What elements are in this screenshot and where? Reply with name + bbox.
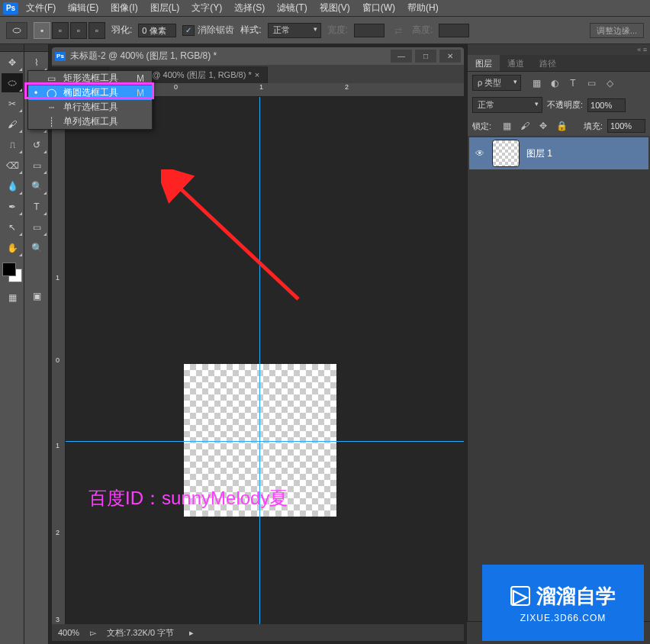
menu-image[interactable]: 图像(I): [106, 0, 142, 16]
zoom-tool[interactable]: 🔍: [26, 238, 47, 257]
tab-channels[interactable]: 通道: [500, 55, 532, 71]
guide-horizontal[interactable]: [66, 441, 464, 442]
sel-mode-intersect[interactable]: ▫: [88, 22, 105, 39]
sel-mode-add[interactable]: ▫: [52, 22, 69, 39]
filter-type-icon[interactable]: T: [565, 77, 581, 89]
tool-preset-picker[interactable]: [6, 22, 27, 39]
menu-file[interactable]: 文件(F): [21, 0, 60, 16]
shape-tool[interactable]: ▭: [26, 217, 47, 237]
tab-layers[interactable]: 图层: [468, 55, 500, 71]
eraser-tool[interactable]: ⌫: [2, 156, 23, 175]
lasso-tool[interactable]: ⌇: [26, 53, 47, 72]
foreground-color[interactable]: [2, 262, 16, 276]
hand-tool[interactable]: ✋: [2, 238, 23, 257]
single-col-icon: ┊: [45, 117, 57, 127]
filter-icons: ▦ ◐ T ▭ ◇: [529, 77, 617, 89]
filter-shape-icon[interactable]: ▭: [584, 77, 599, 89]
fill-input[interactable]: 100%: [607, 119, 645, 133]
tab-paths[interactable]: 路径: [532, 55, 564, 71]
status-info-menu-icon[interactable]: ▸: [189, 628, 194, 638]
history-brush-tool[interactable]: ↺: [26, 135, 47, 154]
feather-input[interactable]: 0 像素: [138, 24, 176, 37]
path-select-tool[interactable]: ↖: [2, 217, 23, 237]
export-icon[interactable]: ▻: [90, 628, 96, 638]
svg-point-0: [13, 28, 21, 33]
layer-item[interactable]: 👁 图层 1: [469, 137, 648, 169]
quickmask-toggle[interactable]: ▦: [2, 288, 23, 307]
status-info: 文档:7.32K/0 字节: [107, 627, 174, 639]
zoom-level[interactable]: 400%: [58, 628, 79, 637]
filter-kind-dropdown[interactable]: ρ 类型: [472, 75, 521, 91]
right-panel: « ≡ 图层 通道 路径 ρ 类型 ▦ ◐ T ▭ ◇ 正常 不透明度: 100…: [467, 44, 650, 644]
refine-edge-button[interactable]: 调整边缘...: [590, 23, 644, 38]
gradient-tool[interactable]: ▭: [26, 156, 47, 175]
ps-logo: Ps: [3, 2, 18, 14]
blend-mode-dropdown[interactable]: 正常: [472, 97, 542, 113]
stamp-tool[interactable]: ⎍: [2, 135, 23, 154]
single-col-marquee-tool-item[interactable]: ┊ 单列选框工具: [28, 114, 152, 129]
screenmode-toggle[interactable]: ▣: [26, 286, 47, 305]
fill-label: 填充:: [584, 121, 603, 132]
window-close-button[interactable]: ✕: [439, 50, 461, 63]
menu-window[interactable]: 窗口(W): [358, 0, 400, 16]
menu-help[interactable]: 帮助(H): [403, 0, 443, 16]
lock-paint-icon[interactable]: 🖌: [517, 120, 533, 132]
layer-name[interactable]: 图层 1: [526, 147, 552, 160]
rect-marquee-tool-item[interactable]: ▭ 矩形选框工具M: [28, 71, 152, 85]
canvas-inner[interactable]: 百度ID：sunnyMelody夏: [66, 97, 464, 624]
swap-wh-icon: ⇄: [391, 23, 406, 38]
lock-all-icon[interactable]: 🔒: [554, 120, 569, 132]
opacity-input[interactable]: 100%: [587, 98, 626, 112]
color-swatches[interactable]: [2, 262, 22, 282]
pen-tool[interactable]: ✒: [2, 197, 23, 216]
lock-position-icon[interactable]: ✥: [536, 120, 551, 132]
menu-filter[interactable]: 滤镜(T): [272, 0, 311, 16]
visibility-eye-icon[interactable]: 👁: [470, 148, 490, 159]
sel-mode-new[interactable]: ▪: [34, 22, 50, 39]
guide-vertical[interactable]: [259, 97, 260, 624]
rect-marquee-icon: ▭: [45, 73, 57, 84]
document-area: Ps 未标题-2 @ 400% (图层 1, RGB/8) * — □ ✕ RG…: [49, 44, 467, 644]
width-input: [354, 24, 385, 37]
menu-select[interactable]: 选择(S): [230, 0, 269, 16]
ps-doc-icon: Ps: [55, 52, 66, 61]
window-maximize-button[interactable]: □: [415, 50, 436, 63]
single-row-marquee-tool-item[interactable]: ┄ 单行选框工具: [28, 100, 152, 114]
canvas-viewport[interactable]: 0 1 2 1 0 1 2 3 百度ID：sunnyMelody夏: [52, 83, 464, 624]
style-dropdown[interactable]: 正常: [268, 23, 321, 38]
ruler-vertical[interactable]: 1 0 1 2 3: [52, 97, 66, 624]
feather-label: 羽化:: [111, 24, 132, 37]
play-icon: ▷: [510, 586, 530, 606]
crop-tool[interactable]: ✂: [2, 94, 23, 113]
blur-tool[interactable]: 💧: [2, 176, 23, 195]
style-label: 样式:: [240, 24, 261, 37]
opacity-label: 不透明度:: [547, 99, 583, 111]
window-minimize-button[interactable]: —: [391, 50, 412, 63]
dodge-tool[interactable]: 🔍: [26, 176, 47, 195]
menu-bar: Ps 文件(F) 编辑(E) 图像(I) 图层(L) 文字(Y) 选择(S) 滤…: [0, 0, 650, 17]
lock-transparent-icon[interactable]: ▦: [499, 120, 514, 132]
panel-collapse-icon[interactable]: « ≡: [468, 44, 650, 55]
filter-smart-icon[interactable]: ◇: [602, 77, 617, 89]
layer-thumbnail[interactable]: [492, 140, 520, 167]
marquee-tool[interactable]: [2, 73, 23, 92]
type-tool[interactable]: T: [26, 197, 47, 216]
filter-adjust-icon[interactable]: ◐: [547, 77, 562, 89]
brush-tool[interactable]: 🖌: [2, 114, 23, 134]
antialias-label: 消除锯齿: [198, 24, 234, 37]
tools-panel: ✥ ✂ 🖌 ⎍ ⌫ 💧 ✒ ↖ ✋ ▦ ⌇ ✧ ⌀ ✚ ↺ ▭ 🔍 T: [0, 44, 49, 644]
sel-mode-subtract[interactable]: ▫: [70, 22, 87, 39]
menu-edit[interactable]: 编辑(E): [63, 0, 103, 16]
document-titlebar: Ps 未标题-2 @ 400% (图层 1, RGB/8) * — □ ✕: [52, 47, 464, 65]
move-tool[interactable]: ✥: [2, 53, 23, 72]
filter-pixel-icon[interactable]: ▦: [529, 77, 544, 89]
close-icon[interactable]: ×: [255, 70, 259, 79]
antialias-check[interactable]: ✓消除锯齿: [182, 24, 234, 37]
arrow-annotation: [161, 169, 314, 322]
selection-mode-group: ▪ ▫ ▫ ▫: [34, 22, 105, 39]
menu-view[interactable]: 视图(V): [315, 0, 355, 16]
ellipse-marquee-tool-item[interactable]: •◯ 椭圆选框工具M: [28, 85, 152, 100]
status-bar: 400% ▻ 文档:7.32K/0 字节 ▸: [52, 624, 464, 641]
menu-type[interactable]: 文字(Y): [187, 0, 227, 16]
menu-layer[interactable]: 图层(L): [146, 0, 185, 16]
